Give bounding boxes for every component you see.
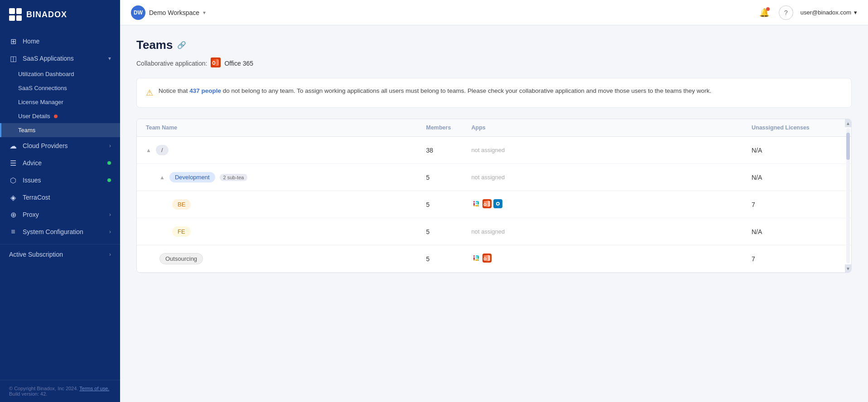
top-header: DW Demo Workspace ▾ 🔔 ? user@binadox.com… <box>120 0 868 25</box>
svg-rect-10 <box>476 203 477 204</box>
footer-terms-link[interactable]: Terms of use. <box>79 386 109 391</box>
sidebar-item-terracost[interactable]: ◈ TerraCost <box>0 189 120 206</box>
user-menu-chevron-icon: ▾ <box>854 9 857 16</box>
logo-grid-icon <box>9 8 22 21</box>
teams-label: Teams <box>18 127 35 134</box>
scroll-up-button[interactable]: ▲ <box>845 119 851 127</box>
fe-members: 5 <box>426 228 472 235</box>
team-chip-outsourcing[interactable]: Outsourcing <box>159 253 203 264</box>
scroll-track <box>846 128 850 263</box>
office365-app-icon-2: O <box>482 254 492 264</box>
issues-icon: ⬡ <box>9 176 17 184</box>
scroll-thumb[interactable] <box>846 133 850 160</box>
sidebar-item-user-details[interactable]: User Details <box>0 109 120 123</box>
svg-rect-8 <box>473 205 475 206</box>
sidebar-item-active-subscription[interactable]: Active Subscription › <box>0 244 120 263</box>
team-name-development: ▲ Development 2 sub-tea <box>146 172 426 182</box>
saas-connections-label: SaaS Connections <box>18 85 67 91</box>
home-icon: ⊞ <box>9 37 17 45</box>
notice-warning-icon: ⚠ <box>146 87 153 99</box>
collab-app-name: Office 365 <box>224 60 253 67</box>
terracost-label: TerraCost <box>23 194 50 201</box>
proxy-label: Proxy <box>23 211 39 218</box>
table-header-row: Team Name Members Apps Unassigned Licens… <box>137 119 851 137</box>
sidebar-item-issues[interactable]: ⬡ Issues <box>0 172 120 189</box>
advice-badge <box>107 161 111 165</box>
team-name-outsourcing: Outsourcing <box>146 253 426 264</box>
issues-badge <box>107 178 111 182</box>
root-members: 38 <box>426 147 472 154</box>
table-scrollbar[interactable]: ▲ ▼ <box>845 119 851 273</box>
team-chip-development[interactable]: Development <box>169 172 215 182</box>
issues-label: Issues <box>23 177 41 184</box>
sidebar-item-saas[interactable]: ◫ SaaS Applications ▾ <box>0 50 120 67</box>
col-members: Members <box>426 124 472 131</box>
team-name-fe: FE <box>146 226 426 237</box>
notifications-button[interactable]: 🔔 <box>757 5 772 20</box>
sidebar-item-home[interactable]: ⊞ Home <box>0 33 120 50</box>
advice-icon: ☰ <box>9 159 17 167</box>
team-chip-fe[interactable]: FE <box>172 226 191 237</box>
cloud-label: Cloud Providers <box>23 142 68 149</box>
advice-label: Advice <box>23 159 42 167</box>
system-config-chevron-icon: › <box>109 229 111 235</box>
development-members: 5 <box>426 174 472 181</box>
logo-area[interactable]: BINADOX <box>0 0 120 29</box>
footer-build: Build version: 42. <box>9 391 111 397</box>
sidebar-item-cloud[interactable]: ☁ Cloud Providers › <box>0 137 120 154</box>
system-config-label: System Configuration <box>23 228 83 235</box>
saas-icon: ◫ <box>9 54 17 62</box>
sidebar-item-utilization[interactable]: Utilization Dashboard <box>0 67 120 81</box>
user-email: user@binadox.com <box>800 9 851 16</box>
sidebar-item-teams[interactable]: Teams <box>0 123 120 137</box>
office365-app-icon: O <box>482 199 492 210</box>
development-sub-badge: 2 sub-tea <box>220 174 248 181</box>
svg-rect-23 <box>476 255 479 257</box>
col-team-name: Team Name <box>146 124 426 131</box>
sidebar: BINADOX ⊞ Home ◫ SaaS Applications ▾ Uti… <box>0 0 120 402</box>
page-header: Teams 🔗 <box>136 38 852 52</box>
user-menu-button[interactable]: user@binadox.com ▾ <box>800 9 857 16</box>
svg-rect-22 <box>473 259 475 261</box>
office365-logo-icon: O <box>211 57 221 69</box>
workspace-name: Demo Workspace <box>149 9 199 16</box>
team-chip-root[interactable]: / <box>156 145 169 155</box>
team-chip-be[interactable]: BE <box>172 199 191 210</box>
proxy-icon: ⊕ <box>9 211 17 219</box>
team-name-be: BE <box>146 199 426 210</box>
page-title: Teams <box>136 38 173 52</box>
outsourcing-unassigned: 7 <box>752 255 833 263</box>
expand-root-button[interactable]: ▲ <box>146 147 151 153</box>
sidebar-item-proxy[interactable]: ⊕ Proxy › <box>0 206 120 223</box>
scroll-down-button[interactable]: ▼ <box>845 264 851 273</box>
sidebar-item-system-config[interactable]: ≡ System Configuration › <box>0 223 120 240</box>
user-details-label: User Details <box>18 113 50 120</box>
svg-text:O: O <box>212 61 216 66</box>
collab-app-line: Collaborative application: O Office 365 <box>136 57 852 69</box>
col-apps: Apps <box>472 124 752 131</box>
workspace-selector[interactable]: DW Demo Workspace ▾ <box>131 5 206 20</box>
notice-box: ⚠ Notice that 437 people do not belong t… <box>136 78 852 108</box>
svg-rect-24 <box>476 257 477 258</box>
sidebar-footer: © Copyright Binadox, Inc 2024. Terms of … <box>0 380 120 402</box>
table-row: BE 5 <box>137 191 851 218</box>
link-icon[interactable]: 🔗 <box>177 41 186 49</box>
development-unassigned: N/A <box>752 174 833 181</box>
terracost-icon: ◈ <box>9 193 17 201</box>
logo-text: BINADOX <box>26 10 67 19</box>
workspace-chevron-icon: ▾ <box>203 10 206 16</box>
be-apps: O <box>472 199 752 210</box>
sidebar-item-advice[interactable]: ☰ Advice <box>0 154 120 172</box>
expand-development-button[interactable]: ▲ <box>159 174 165 181</box>
notice-people-link[interactable]: 437 people <box>189 87 221 94</box>
cloud-chevron-icon: › <box>109 143 111 149</box>
user-details-badge <box>54 115 58 118</box>
header-actions: 🔔 ? user@binadox.com ▾ <box>757 5 857 20</box>
sidebar-item-saas-connections[interactable]: SaaS Connections <box>0 81 120 95</box>
fe-apps: not assigned <box>472 228 752 235</box>
svg-point-15 <box>497 203 499 205</box>
system-config-icon: ≡ <box>9 228 17 236</box>
sidebar-item-license-manager[interactable]: License Manager <box>0 95 120 109</box>
sidebar-item-home-label: Home <box>23 38 39 45</box>
help-button[interactable]: ? <box>779 5 793 20</box>
